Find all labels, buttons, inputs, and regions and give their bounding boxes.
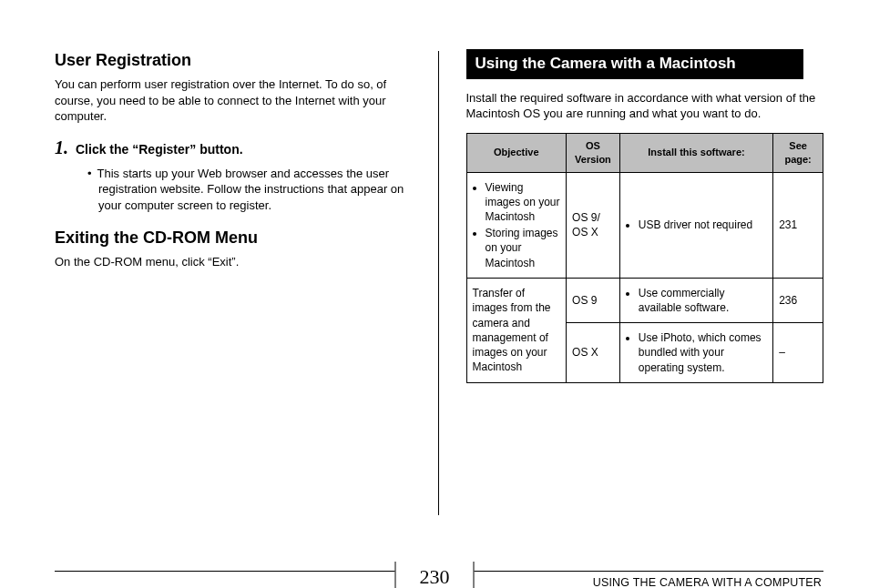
step-sub-item: This starts up your Web browser and acce… — [87, 166, 413, 214]
cell-software: Use commercially available software. — [619, 278, 772, 322]
cell-page: – — [773, 323, 823, 383]
cell-objective: Viewing images on your Macintosh Storing… — [466, 172, 567, 278]
th-os-version: OS Version — [567, 134, 620, 173]
step-1: 1. Click the “Register” button. — [55, 136, 413, 160]
cell-os: OS X — [567, 323, 620, 383]
mac-intro-para: Install the required software in accorda… — [466, 90, 824, 122]
cell-page: 236 — [773, 278, 823, 322]
th-software: Install this software: — [619, 134, 772, 173]
page-footer: 230 USING THE CAMERA WITH A COMPUTER — [0, 571, 869, 572]
software-item: USB driver not required — [639, 218, 767, 232]
user-registration-para: You can perform user registration over t… — [55, 76, 413, 125]
software-item: Use iPhoto, which comes bundled with you… — [639, 330, 767, 375]
footer-section-title: USING THE CAMERA WITH A COMPUTER — [593, 576, 822, 588]
cell-os: OS 9/ OS X — [567, 172, 620, 278]
section-banner: Using the Camera with a Macintosh — [466, 49, 803, 79]
cell-software: Use iPhoto, which comes bundled with you… — [619, 323, 772, 383]
table-row: Transfer of images from the camera and m… — [466, 278, 823, 322]
cell-page: 231 — [773, 172, 823, 278]
table-row: Viewing images on your Macintosh Storing… — [466, 172, 823, 278]
table-header-row: Objective OS Version Install this softwa… — [466, 134, 823, 173]
th-see-page: See page: — [773, 134, 823, 173]
left-column: User Registration You can perform user r… — [55, 46, 413, 496]
page-content: User Registration You can perform user r… — [0, 0, 869, 496]
column-divider — [438, 51, 439, 515]
heading-exit-cdrom: Exiting the CD-ROM Menu — [55, 227, 413, 248]
exit-cdrom-para: On the CD-ROM menu, click “Exit”. — [55, 254, 413, 270]
heading-user-registration: User Registration — [55, 49, 413, 71]
cell-os: OS 9 — [567, 278, 620, 322]
step-sublist: This starts up your Web browser and acce… — [87, 166, 413, 214]
objective-item: Storing images on your Macintosh — [486, 226, 561, 270]
cell-software: USB driver not required — [619, 172, 772, 278]
software-table: Objective OS Version Install this softwa… — [466, 133, 824, 383]
step-instruction: Click the “Register” button. — [76, 141, 243, 158]
right-column: Using the Camera with a Macintosh Instal… — [465, 46, 824, 496]
cell-objective: Transfer of images from the camera and m… — [466, 278, 567, 382]
objective-item: Viewing images on your Macintosh — [486, 180, 561, 225]
software-item: Use commercially available software. — [639, 286, 767, 315]
th-objective: Objective — [466, 134, 567, 173]
step-number: 1. — [55, 136, 68, 160]
page-number: 230 — [395, 562, 475, 588]
